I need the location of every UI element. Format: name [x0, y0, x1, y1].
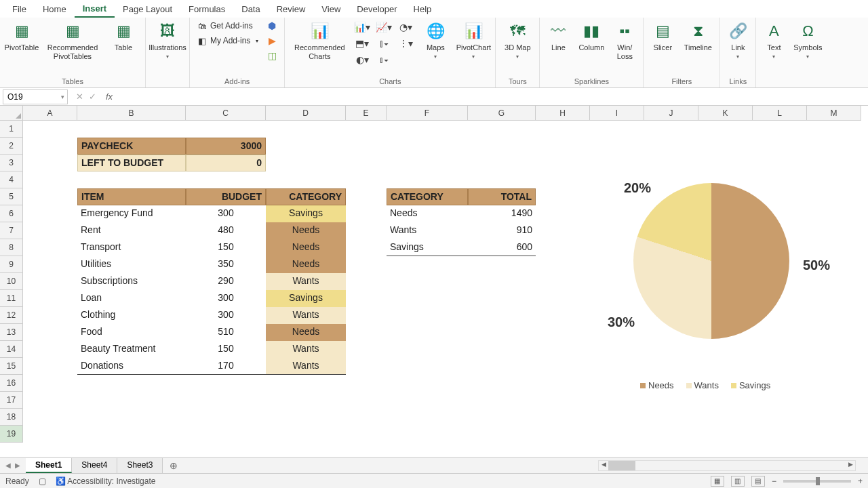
row-header-15[interactable]: 15 [0, 358, 23, 375]
3d-map-button[interactable]: 🗺3D Map▾ [500, 19, 535, 61]
page-break-view-button[interactable]: ▤ [751, 476, 765, 487]
row-header-5[interactable]: 5 [0, 188, 23, 205]
cell-C13[interactable]: 510 [186, 324, 266, 341]
menu-insert[interactable]: Insert [75, 1, 115, 18]
recommended-pivottables-button[interactable]: ▦Recommended PivotTables [42, 19, 103, 62]
cell-G5[interactable]: TOTAL [468, 188, 536, 205]
cell-G7[interactable]: 910 [468, 222, 536, 239]
sheet-nav-prev[interactable]: ◀ [5, 462, 11, 469]
menu-review[interactable]: Review [269, 1, 314, 17]
cell-F8[interactable]: Savings [387, 239, 468, 256]
row-header-10[interactable]: 10 [0, 273, 23, 290]
link-button[interactable]: 🔗Link▾ [724, 19, 751, 61]
cell-F5[interactable]: CATEGORY [387, 188, 468, 205]
table-button[interactable]: ▦Table [106, 19, 141, 54]
sheet-tab-4[interactable]: Sheet4 [72, 458, 117, 473]
menu-home[interactable]: Home [35, 1, 75, 17]
symbols-button[interactable]: ΩSymbols▾ [790, 19, 825, 61]
cell-C5[interactable]: BUDGET [186, 188, 266, 205]
chevron-down-icon[interactable]: ▾ [61, 94, 64, 100]
cell-D11[interactable]: Savings [266, 290, 346, 307]
cell-C12[interactable]: 300 [186, 307, 266, 324]
cell-C3[interactable]: 0 [186, 155, 266, 171]
menu-view[interactable]: View [313, 1, 349, 17]
row-header-16[interactable]: 16 [0, 375, 23, 392]
row-header-17[interactable]: 17 [0, 392, 23, 409]
row-header-2[interactable]: 2 [0, 138, 23, 155]
row-header-13[interactable]: 13 [0, 324, 23, 341]
name-box[interactable]: O19▾ [3, 89, 68, 104]
col-header-K[interactable]: K [698, 106, 753, 121]
col-header-G[interactable]: G [468, 106, 536, 121]
hierarchy-chart-icon[interactable]: ⬒▾ [354, 37, 370, 50]
cell-F6[interactable]: Needs [387, 205, 468, 222]
cell-C8[interactable]: 150 [186, 239, 266, 256]
page-layout-view-button[interactable]: ▥ [731, 476, 745, 487]
get-addins-button[interactable]: 🛍Get Add-ins [194, 19, 261, 33]
row-header-9[interactable]: 9 [0, 256, 23, 273]
timeline-button[interactable]: ⧗Timeline [680, 19, 715, 54]
cell-B6[interactable]: Emergency Fund [77, 205, 186, 222]
row-header-6[interactable]: 6 [0, 205, 23, 222]
cell-B9[interactable]: Utilities [77, 256, 186, 273]
sheet-tab-3[interactable]: Sheet3 [117, 458, 163, 473]
combo-chart-icon[interactable]: ⫾▾ [376, 53, 392, 66]
menu-data[interactable]: Data [233, 1, 268, 17]
row-header-7[interactable]: 7 [0, 222, 23, 239]
cell-C10[interactable]: 290 [186, 273, 266, 290]
sparkline-column-button[interactable]: ▮▮Column [575, 19, 608, 54]
horizontal-scrollbar[interactable]: ◀ ▶ [598, 460, 856, 471]
sparkline-winloss-button[interactable]: ▪▪Win/ Loss [610, 19, 639, 62]
cell-B13[interactable]: Food [77, 324, 186, 341]
cell-C11[interactable]: 300 [186, 290, 266, 307]
sparkline-line-button[interactable]: 〰Line [544, 19, 572, 54]
cell-C2[interactable]: 3000 [186, 138, 266, 155]
row-header-1[interactable]: 1 [0, 121, 23, 138]
my-addins-button[interactable]: ◧My Add-ins▾ [194, 34, 261, 47]
cell-C7[interactable]: 480 [186, 222, 266, 239]
line-chart-icon[interactable]: 📈▾ [376, 20, 392, 34]
row-header-4[interactable]: 4 [0, 171, 23, 188]
row-header-12[interactable]: 12 [0, 307, 23, 324]
cell-B15[interactable]: Donations [77, 358, 186, 375]
cell-D6[interactable]: Savings [266, 205, 346, 222]
column-chart-icon[interactable]: 📊▾ [354, 20, 370, 34]
cell-D13[interactable]: Needs [266, 324, 346, 341]
zoom-out-button[interactable]: − [772, 476, 776, 486]
enter-icon[interactable]: ✓ [89, 92, 96, 102]
normal-view-button[interactable]: ▦ [711, 476, 724, 487]
cell-C9[interactable]: 350 [186, 256, 266, 273]
cell-D15[interactable]: Wants [266, 358, 346, 375]
zoom-slider[interactable] [783, 480, 851, 483]
cell-B5[interactable]: ITEM [77, 188, 186, 205]
cell-B12[interactable]: Clothing [77, 307, 186, 324]
cell-D9[interactable]: Needs [266, 256, 346, 273]
cell-B7[interactable]: Rent [77, 222, 186, 239]
formula-input[interactable] [117, 89, 868, 104]
menu-help[interactable]: Help [406, 1, 440, 17]
waterfall-chart-icon[interactable]: ◐▾ [354, 53, 370, 66]
cell-B8[interactable]: Transport [77, 239, 186, 256]
col-header-H[interactable]: H [536, 106, 590, 121]
menu-developer[interactable]: Developer [349, 1, 405, 17]
cell-B11[interactable]: Loan [77, 290, 186, 307]
col-header-B[interactable]: B [77, 106, 186, 121]
cell-F7[interactable]: Wants [387, 222, 468, 239]
cell-D10[interactable]: Wants [266, 273, 346, 290]
cell-D12[interactable]: Wants [266, 307, 346, 324]
cell-G6[interactable]: 1490 [468, 205, 536, 222]
row-header-19[interactable]: 19 [0, 426, 23, 443]
row-header-14[interactable]: 14 [0, 341, 23, 358]
slicer-button[interactable]: ▤Slicer [648, 19, 677, 54]
cell-B10[interactable]: Subscriptions [77, 273, 186, 290]
col-header-M[interactable]: M [807, 106, 861, 121]
cell-C6[interactable]: 300 [186, 205, 266, 222]
cell-B14[interactable]: Beauty Treatment [77, 341, 186, 358]
recommended-charts-button[interactable]: 📊Recommended Charts [289, 19, 350, 62]
menu-formulas[interactable]: Formulas [180, 1, 233, 17]
cell-B2[interactable]: PAYCHECK [77, 138, 186, 155]
scroll-thumb[interactable] [608, 461, 635, 470]
maps-button[interactable]: 🌐Maps▾ [418, 19, 453, 61]
pivotchart-button[interactable]: 📊PivotChart▾ [456, 19, 491, 61]
cell-B3[interactable]: LEFT TO BUDGET [77, 155, 186, 171]
